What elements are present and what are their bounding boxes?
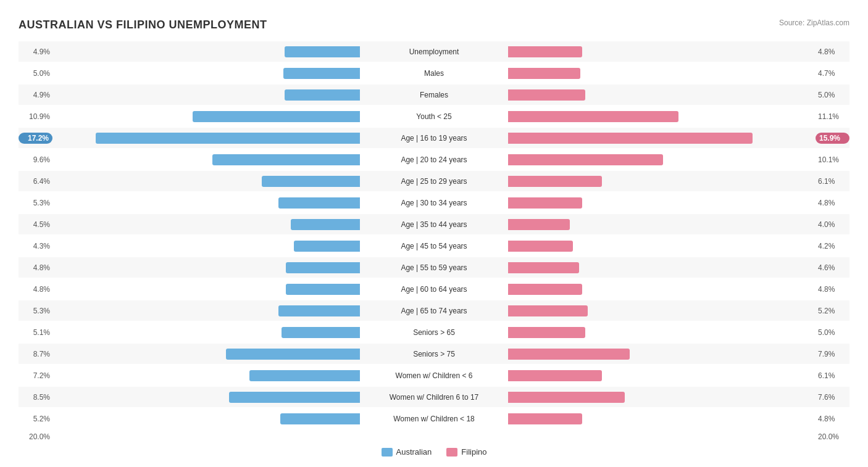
- right-value: 5.2%: [816, 307, 849, 315]
- left-value: 5.0%: [19, 69, 52, 78]
- chart-source: Source: ZipAtlas.com: [779, 19, 849, 27]
- left-bar-container: [52, 133, 360, 144]
- right-bar: [508, 219, 570, 230]
- row-label: Youth < 25: [360, 112, 508, 121]
- scale-left-label: 20.0%: [19, 432, 52, 441]
- right-bar-container: [508, 154, 816, 165]
- row-label: Women w/ Children < 6: [360, 371, 508, 380]
- right-value: 4.6%: [816, 263, 849, 272]
- left-bar-container: [52, 111, 360, 122]
- left-bar: [278, 197, 360, 209]
- scale-right-label: 20.0%: [816, 432, 849, 441]
- row-inner: 4.9% Unemployment 4.8%: [19, 41, 849, 62]
- chart-row: 4.9% Females 5.0%: [19, 85, 849, 105]
- left-bar: [286, 284, 360, 295]
- row-label: Seniors > 65: [360, 328, 508, 337]
- right-bar: [508, 46, 582, 57]
- legend-filipino-label: Filipino: [461, 447, 486, 457]
- legend-filipino-box: [446, 448, 457, 457]
- chart-title: AUSTRALIAN VS FILIPINO UNEMPLOYMENT: [19, 19, 267, 31]
- right-bar: [508, 327, 585, 338]
- right-bar-container: [508, 392, 816, 403]
- left-value: 17.2%: [19, 133, 52, 144]
- left-bar: [283, 68, 361, 79]
- left-value: 6.4%: [19, 177, 52, 186]
- row-inner: 6.4% Age | 25 to 29 years 6.1%: [19, 171, 849, 191]
- left-bar-container: [52, 305, 360, 316]
- chart-row: 4.3% Age | 45 to 54 years 4.2%: [19, 236, 849, 256]
- chart-row: 5.2% Women w/ Children < 18 4.8%: [19, 408, 849, 429]
- chart-row: 17.2% Age | 16 to 19 years 15.9%: [19, 128, 849, 148]
- left-bar: [286, 262, 360, 273]
- right-value: 6.1%: [816, 371, 849, 380]
- chart-row: 4.5% Age | 35 to 44 years 4.0%: [19, 214, 849, 234]
- row-inner: 4.3% Age | 45 to 54 years 4.2%: [19, 236, 849, 256]
- right-value: 4.8%: [816, 48, 849, 56]
- left-bar: [278, 305, 360, 316]
- row-label: Age | 30 to 34 years: [360, 199, 508, 207]
- right-bar: [508, 197, 582, 209]
- right-bar: [508, 68, 580, 79]
- chart-container: AUSTRALIAN VS FILIPINO UNEMPLOYMENT Sour…: [19, 12, 849, 463]
- scale-row: 20.0% 20.0%: [19, 432, 849, 441]
- row-label: Age | 20 to 24 years: [360, 155, 508, 164]
- left-value: 4.3%: [19, 242, 52, 250]
- chart-header: AUSTRALIAN VS FILIPINO UNEMPLOYMENT Sour…: [19, 19, 849, 31]
- row-label: Women w/ Children 6 to 17: [360, 393, 508, 402]
- left-value: 4.9%: [19, 91, 52, 99]
- row-label: Age | 45 to 54 years: [360, 242, 508, 250]
- chart-row: 9.6% Age | 20 to 24 years 10.1%: [19, 149, 849, 170]
- right-bar-container: [508, 349, 816, 360]
- left-bar-container: [52, 46, 360, 57]
- chart-row: 7.2% Women w/ Children < 6 6.1%: [19, 365, 849, 386]
- left-bar: [262, 176, 360, 187]
- row-inner: 9.6% Age | 20 to 24 years 10.1%: [19, 149, 849, 170]
- left-value: 5.3%: [19, 307, 52, 315]
- right-bar-container: [508, 413, 816, 424]
- right-bar-container: [508, 111, 816, 122]
- right-bar-container: [508, 305, 816, 316]
- left-bar-container: [52, 327, 360, 338]
- right-bar-container: [508, 370, 816, 381]
- left-bar-container: [52, 176, 360, 187]
- right-bar: [508, 176, 602, 187]
- left-bar: [226, 349, 360, 360]
- right-bar-container: [508, 197, 816, 209]
- chart-row: 4.8% Age | 60 to 64 years 4.8%: [19, 279, 849, 299]
- row-inner: 8.7% Seniors > 75 7.9%: [19, 344, 849, 364]
- left-value: 4.8%: [19, 263, 52, 272]
- row-inner: 5.1% Seniors > 65 5.0%: [19, 322, 849, 342]
- chart-row: 8.7% Seniors > 75 7.9%: [19, 344, 849, 364]
- right-value: 5.0%: [816, 91, 849, 99]
- left-value: 7.2%: [19, 371, 52, 380]
- right-bar: [508, 349, 630, 360]
- right-bar-container: [508, 176, 816, 187]
- row-inner: 5.2% Women w/ Children < 18 4.8%: [19, 408, 849, 429]
- row-inner: 5.0% Males 4.7%: [19, 63, 849, 83]
- legend-filipino: Filipino: [446, 447, 486, 457]
- right-value: 4.0%: [816, 220, 849, 229]
- chart-row: 4.8% Age | 55 to 59 years 4.6%: [19, 257, 849, 278]
- right-bar-container: [508, 133, 816, 144]
- legend-australian-label: Australian: [396, 447, 432, 457]
- legend-australian-box: [382, 448, 393, 457]
- right-value: 15.9%: [816, 133, 849, 144]
- left-bar: [229, 392, 360, 403]
- left-value: 4.5%: [19, 220, 52, 229]
- row-label: Males: [360, 69, 508, 78]
- right-bar: [508, 392, 625, 403]
- row-label: Age | 35 to 44 years: [360, 220, 508, 229]
- chart-row: 4.9% Unemployment 4.8%: [19, 41, 849, 62]
- right-value: 10.1%: [816, 155, 849, 164]
- right-bar: [508, 89, 585, 101]
- right-bar: [508, 133, 753, 144]
- row-label: Age | 65 to 74 years: [360, 307, 508, 315]
- left-bar: [294, 241, 360, 252]
- row-label: Age | 55 to 59 years: [360, 263, 508, 272]
- left-value: 4.8%: [19, 285, 52, 294]
- row-inner: 4.8% Age | 55 to 59 years 4.6%: [19, 257, 849, 278]
- right-bar-container: [508, 327, 816, 338]
- left-value: 8.5%: [19, 393, 52, 402]
- left-value: 10.9%: [19, 112, 52, 121]
- left-bar-container: [52, 241, 360, 252]
